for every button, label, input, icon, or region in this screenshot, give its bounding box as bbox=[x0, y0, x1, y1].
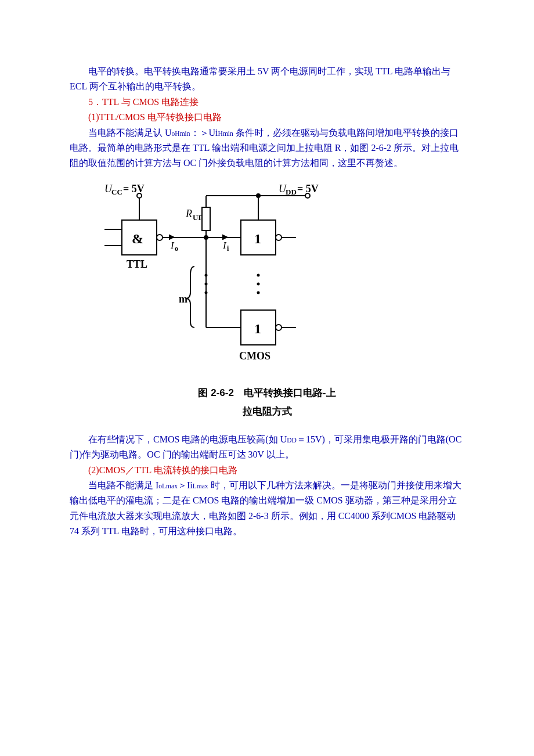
svg-text:CMOS: CMOS bbox=[239, 350, 270, 362]
svg-point-5 bbox=[157, 235, 163, 240]
svg-text:i: i bbox=[227, 244, 229, 253]
circuit-diagram: U CC = 5V U DD = 5V R UF I o I i & 1 1 T… bbox=[104, 179, 337, 371]
heading-5: 5．TTL 与 CMOS 电路连接 bbox=[70, 95, 464, 110]
figure-2-6-2: U CC = 5V U DD = 5V R UF I o I i & 1 1 T… bbox=[104, 179, 337, 376]
svg-text:R: R bbox=[185, 208, 192, 219]
heading-5-1: (1)TTL/CMOS 电平转换接口电路 bbox=[70, 110, 464, 125]
figure-caption: 图 2-6-2 电平转换接口电路-上 拉电阻方式 bbox=[70, 384, 464, 422]
text: 在有些情况下，CMOS 电路的电源电压较高(如 U bbox=[88, 434, 287, 444]
text: 当电路不能满足认 U bbox=[88, 128, 172, 138]
svg-text:= 5V: = 5V bbox=[123, 183, 145, 195]
caption-line1: 图 2-6-2 电平转换接口电路-上 bbox=[70, 384, 464, 402]
para-oc-gate: 在有些情况下，CMOS 电路的电源电压较高(如 UDD＝15V)，可采用集电极开… bbox=[70, 432, 464, 463]
svg-point-15 bbox=[257, 194, 260, 197]
svg-text:I: I bbox=[170, 240, 175, 251]
svg-text:= 5V: = 5V bbox=[297, 183, 319, 195]
text-sub: Lmax bbox=[193, 483, 208, 489]
svg-text:&: & bbox=[132, 231, 143, 246]
svg-point-21 bbox=[258, 274, 259, 276]
svg-rect-8 bbox=[202, 207, 210, 231]
svg-point-25 bbox=[205, 283, 207, 285]
svg-point-23 bbox=[258, 291, 259, 293]
text: 当电路不能满足 I bbox=[88, 480, 158, 490]
text-sub: oLmax bbox=[158, 483, 178, 489]
svg-text:o: o bbox=[175, 244, 178, 253]
svg-point-24 bbox=[205, 274, 207, 276]
text-sub: DD bbox=[287, 437, 297, 444]
svg-text:1: 1 bbox=[254, 321, 261, 336]
para-interface-circuit: 当电路不能满足认 UoHmin：＞UiHmin 条件时，必须在驱动与负载电路间增… bbox=[70, 125, 464, 171]
svg-text:CC: CC bbox=[111, 188, 122, 196]
svg-point-22 bbox=[258, 283, 259, 285]
para-current-conversion: 当电路不能满足 IoLmax＞IiLmax 时，可用以下几种方法来解决。一是将驱… bbox=[70, 478, 464, 539]
svg-text:m: m bbox=[179, 293, 187, 305]
svg-point-28 bbox=[276, 325, 282, 330]
heading-5-2: (2)CMOS／TTL 电流转换的接口电路 bbox=[70, 463, 464, 478]
svg-text:TTL: TTL bbox=[127, 258, 147, 270]
text: ：＞Ui bbox=[190, 128, 218, 138]
svg-point-17 bbox=[276, 235, 282, 240]
text: ＞Ii bbox=[178, 480, 193, 490]
svg-text:I: I bbox=[222, 240, 227, 251]
text-sub: Hmin bbox=[218, 130, 233, 137]
para-level-conversion: 电平的转换。电平转换电路通常要采用土 5V 两个电源同时工作，实现 TTL 电路… bbox=[70, 64, 464, 95]
svg-text:UF: UF bbox=[193, 213, 203, 222]
caption-line2: 拉电阻方式 bbox=[70, 402, 464, 421]
text-sub: oHmin bbox=[172, 130, 190, 137]
svg-point-26 bbox=[205, 291, 207, 293]
svg-text:DD: DD bbox=[286, 188, 297, 196]
svg-text:1: 1 bbox=[254, 231, 261, 246]
